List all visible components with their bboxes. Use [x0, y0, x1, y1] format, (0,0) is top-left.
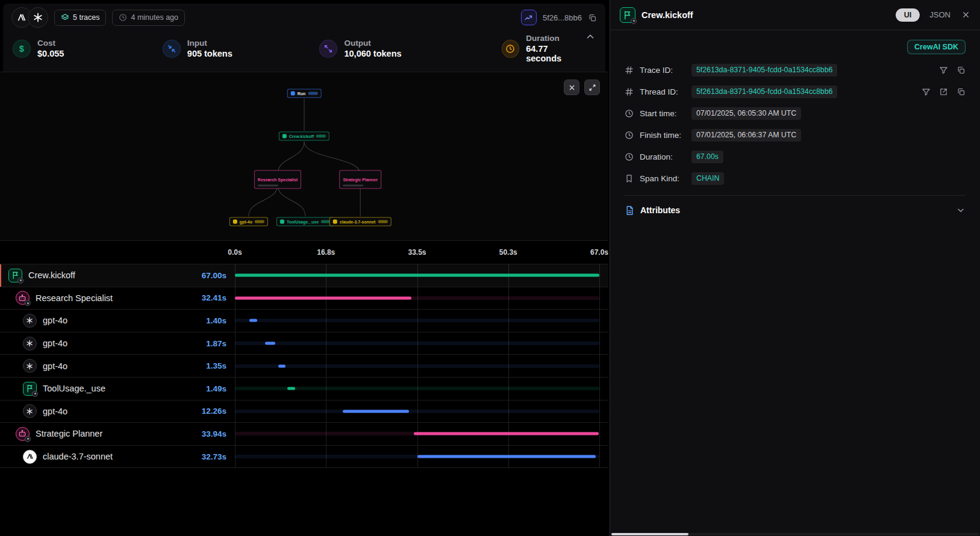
- node-label: Strategic Planner: [343, 177, 378, 181]
- field-trace-id: Trace ID:5f2613da-8371-9405-fcdd-0a1534c…: [625, 59, 966, 81]
- span-fields: Trace ID:5f2613da-8371-9405-fcdd-0a1534c…: [625, 59, 966, 196]
- span-duration: 1.40s: [206, 316, 235, 325]
- hash-icon: [625, 66, 635, 75]
- span-duration: 33.94s: [202, 429, 235, 438]
- span-name: Research Specialist: [36, 293, 113, 303]
- sidebar-close-button[interactable]: [961, 10, 970, 19]
- copy-icon[interactable]: [957, 66, 966, 75]
- node-duration-chip: [378, 220, 387, 223]
- waterfall-row-strategic-planner[interactable]: Strategic Planner33.94s: [0, 423, 608, 446]
- field-value[interactable]: 5f2613da-8371-9405-fcdd-0a1534cc8bb6: [691, 64, 837, 76]
- graph-node-gpt-4o[interactable]: gpt-4o: [229, 217, 268, 226]
- waterfall-row-gpt-4o[interactable]: gpt-4o1.87s: [0, 332, 608, 355]
- waterfall-row-toolusage-use[interactable]: ToolUsage._use1.49s: [0, 378, 608, 400]
- waterfall-row-crew-kickoff[interactable]: Crew.kickoff67.00s: [0, 264, 608, 287]
- field-span-kind: Span Kind:CHAIN: [625, 167, 966, 189]
- field-label: Finish time:: [640, 131, 691, 140]
- sidebar-scrollbar-thumb[interactable]: [611, 533, 688, 535]
- axis-tick-label: 0.0s: [228, 248, 242, 257]
- graph-node-strategic-planner[interactable]: Strategic Planner: [339, 170, 381, 189]
- graph-node-run[interactable]: Run: [287, 89, 322, 98]
- agentops-subbadge-icon: [631, 18, 637, 24]
- waterfall-row-research-specialist[interactable]: Research Specialist32.41s: [0, 287, 608, 310]
- node-type-icon: [282, 134, 287, 139]
- clock-icon: [625, 109, 635, 118]
- row-label-cell: gpt-4o1.87s: [0, 332, 235, 355]
- field-thread-id: Thread ID:5f2613da-8371-9405-fcdd-0a1534…: [625, 81, 966, 102]
- graph-node-toolusage-use[interactable]: ToolUsage._use: [276, 217, 334, 226]
- stat-label: Output: [344, 39, 401, 48]
- time-ago-badge: 4 minutes ago: [112, 10, 185, 26]
- graph-node-research-specialist[interactable]: Research Specialist: [254, 170, 301, 189]
- traces-count-badge[interactable]: 5 traces: [54, 10, 106, 26]
- node-type-icon: [291, 91, 295, 95]
- graph-expand-button[interactable]: [584, 79, 600, 95]
- provider-avatars: [11, 7, 48, 28]
- openai-logo-icon: [23, 404, 37, 418]
- stat-value: $0.055: [37, 49, 64, 58]
- field-value[interactable]: 07/01/2025, 06:06:37 AM UTC: [691, 129, 801, 142]
- axis-tick-label: 67.0s: [590, 248, 608, 257]
- span-name: claude-3.7-sonnet: [43, 452, 113, 461]
- graph-node-claude-3-7-sonnet[interactable]: claude-3.7-sonnet: [329, 217, 392, 226]
- span-name: Crew.kickoff: [28, 270, 75, 280]
- row-timeline-lane: [235, 446, 599, 468]
- trace-header-card: 5 traces 4 minutes ago 5f26...8bb6 $Cost…: [3, 4, 605, 72]
- copy-trace-id-button[interactable]: [588, 13, 597, 22]
- node-duration-chip: [316, 135, 326, 138]
- external-link-icon[interactable]: [939, 87, 948, 96]
- duration-track: [235, 364, 599, 368]
- graph-node-crew-kickoff[interactable]: Crew.kickoff: [279, 132, 329, 141]
- field-value[interactable]: CHAIN: [691, 172, 724, 185]
- field-value[interactable]: 67.00s: [691, 151, 723, 163]
- row-label-cell: Research Specialist32.41s: [0, 287, 235, 310]
- hash-icon: [625, 87, 635, 96]
- tab-ui[interactable]: UI: [896, 8, 920, 22]
- copy-icon[interactable]: [957, 87, 966, 96]
- filter-icon[interactable]: [922, 87, 931, 96]
- field-label: Thread ID:: [640, 87, 691, 96]
- waterfall-row-gpt-4o[interactable]: gpt-4o12.26s: [0, 400, 608, 423]
- sidebar-scrollbar[interactable]: [611, 533, 979, 535]
- waterfall-row-claude-3-7-sonnet[interactable]: claude-3.7-sonnet32.73s: [0, 446, 608, 469]
- stats-collapse-button[interactable]: [585, 31, 596, 42]
- stat-label: Input: [187, 39, 233, 48]
- waterfall-row-gpt-4o[interactable]: gpt-4o1.40s: [0, 310, 608, 332]
- agent-icon: [16, 291, 30, 305]
- waterfall-row-gpt-4o[interactable]: gpt-4o1.35s: [0, 355, 608, 378]
- agentops-subbadge-icon: [32, 391, 38, 397]
- duration-bar: [249, 319, 257, 322]
- sdk-badge-row: CrewAI SDK: [625, 40, 966, 54]
- node-type-icon: [233, 220, 237, 224]
- span-name: gpt-4o: [43, 316, 67, 325]
- span-name: gpt-4o: [43, 338, 67, 348]
- duration-bar: [287, 387, 295, 390]
- crewai-icon: [8, 269, 22, 282]
- crewai-icon: [620, 7, 635, 23]
- span-duration: 1.35s: [206, 361, 235, 370]
- field-label: Span Kind:: [640, 174, 691, 183]
- node-duration-chip: [255, 220, 264, 223]
- axis-tick-label: 16.8s: [317, 248, 335, 257]
- openai-logo-icon: [23, 359, 37, 373]
- field-start-time: Start time:07/01/2025, 06:05:30 AM UTC: [625, 102, 966, 124]
- duration-icon: [502, 40, 520, 58]
- field-value[interactable]: 5f2613da-8371-9405-fcdd-0a1534cc8bb6: [691, 86, 837, 98]
- trace-activity-icon[interactable]: [521, 10, 537, 25]
- node-duration-chip: [308, 92, 317, 95]
- trace-graph-canvas[interactable]: RunCrew.kickoffResearch SpecialistStrate…: [0, 72, 608, 241]
- tab-json[interactable]: JSON: [929, 10, 950, 19]
- graph-close-button[interactable]: [564, 79, 579, 95]
- axis-tick-label: 50.3s: [499, 248, 517, 257]
- duration-bar: [343, 410, 410, 413]
- field-value[interactable]: 07/01/2025, 06:05:30 AM UTC: [691, 107, 801, 120]
- attributes-label: Attributes: [640, 205, 680, 215]
- node-type-icon: [280, 220, 284, 224]
- graph-controls: [564, 79, 600, 95]
- stat-output: Output10,060 tokens: [319, 39, 501, 58]
- agentops-subbadge-icon: [25, 436, 31, 442]
- field-label: Duration:: [640, 152, 691, 161]
- stat-value: 10,060 tokens: [344, 49, 401, 58]
- attributes-section-toggle[interactable]: Attributes: [625, 196, 966, 225]
- filter-icon[interactable]: [939, 66, 948, 75]
